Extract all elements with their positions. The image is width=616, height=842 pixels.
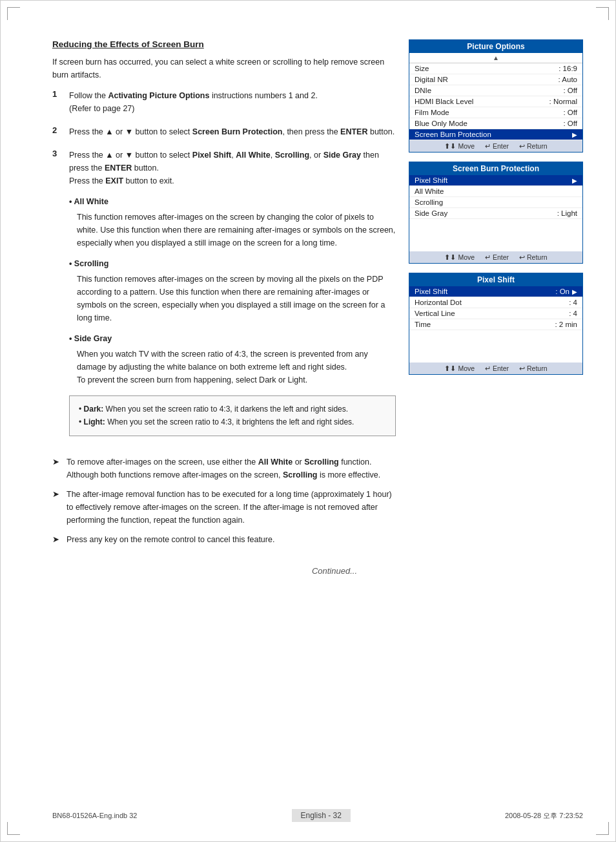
section-title: Reducing the Effects of Screen Burn bbox=[52, 39, 396, 49]
bullet-all-white: All White This function removes after-im… bbox=[69, 195, 396, 249]
row-vertical-line-name: Vertical Line bbox=[415, 310, 569, 317]
step-1: 1 Follow the Activating Picture Options … bbox=[52, 89, 396, 115]
row-time-value: : 2 min bbox=[555, 321, 577, 328]
row-dnie-value: : Off bbox=[563, 87, 577, 94]
panel-row-blue-only: Blue Only Mode : Off bbox=[409, 118, 582, 129]
note-1-arrow: ➤ bbox=[52, 456, 61, 481]
row-scrolling-name: Scrolling bbox=[415, 198, 577, 206]
panel-row-scrolling: Scrolling bbox=[409, 197, 582, 208]
footer-move2: ⬆⬇ Move bbox=[444, 253, 475, 261]
row-pixel-shift2-arrow: ▶ bbox=[572, 288, 577, 295]
note-3-arrow: ➤ bbox=[52, 533, 61, 547]
bullet-side-gray-title: Side Gray bbox=[69, 332, 396, 345]
footer-file-info: BN68-01526A-Eng.indb 32 bbox=[52, 812, 137, 819]
row-film-mode-value: : Off bbox=[563, 109, 577, 116]
step-3: 3 Press the ▲ or ▼ button to select Pixe… bbox=[52, 149, 396, 445]
panel-row-hdmi: HDMI Black Level : Normal bbox=[409, 96, 582, 107]
row-horizontal-dot-name: Horizontal Dot bbox=[415, 299, 569, 306]
footer-enter3: ↵ Enter bbox=[485, 364, 509, 372]
bullet-side-gray: Side Gray When you watch TV with the scr… bbox=[69, 332, 396, 386]
row-side-gray-name: Side Gray bbox=[415, 209, 557, 217]
row-pixel-shift2-value: : On bbox=[555, 288, 570, 295]
page-number-box: English - 32 bbox=[292, 809, 351, 822]
footer-date: 2008-05-28 오후 7:23:52 bbox=[505, 811, 583, 821]
bullet-scrolling-title: Scrolling bbox=[69, 257, 396, 270]
footer-return2: ↩ Return bbox=[519, 253, 547, 261]
bullet-all-white-title: All White bbox=[69, 195, 396, 208]
row-side-gray-value: : Light bbox=[557, 209, 577, 217]
bullet-side-gray-body: When you watch TV with the screen ratio … bbox=[77, 348, 396, 386]
panel-pixel-shift-title: Pixel Shift bbox=[409, 273, 582, 286]
panel-screen-burn-title: Screen Burn Protection bbox=[409, 162, 582, 175]
row-vertical-line-value: : 4 bbox=[569, 310, 577, 317]
row-time-name: Time bbox=[415, 321, 555, 328]
footer-enter2: ↵ Enter bbox=[485, 253, 509, 261]
footer-enter: ↵ Enter bbox=[485, 142, 509, 150]
row-hdmi-value: : Normal bbox=[549, 98, 577, 105]
spacer-2 bbox=[409, 330, 582, 363]
panel-picture-options: Picture Options ▲ Size : 16:9 Digital NR… bbox=[409, 39, 583, 153]
note-2: ➤ The after-image removal function has t… bbox=[52, 488, 396, 527]
panel-row-dnie: DNIe : Off bbox=[409, 85, 582, 96]
footer-move: ⬆⬇ Move bbox=[444, 142, 475, 150]
bullet-scrolling: Scrolling This function removes after-im… bbox=[69, 257, 396, 324]
panel-row-horizontal-dot: Horizontal Dot : 4 bbox=[409, 297, 582, 308]
note-3-text: Press any key on the remote control to c… bbox=[67, 533, 274, 547]
row-dnie-name: DNIe bbox=[415, 87, 563, 94]
info-box-dark: • Dark: When you set the screen ratio to… bbox=[79, 403, 386, 416]
row-screen-burn-name: Screen Burn Protection bbox=[415, 131, 570, 138]
row-blue-only-name: Blue Only Mode bbox=[415, 120, 563, 127]
row-size-name: Size bbox=[415, 65, 559, 72]
page-footer: BN68-01526A-Eng.indb 32 English - 32 200… bbox=[1, 809, 615, 822]
panel-row-size: Size : 16:9 bbox=[409, 63, 582, 74]
row-digital-nr-name: Digital NR bbox=[415, 76, 559, 83]
bullet-all-white-body: This function removes after-images on th… bbox=[77, 211, 396, 249]
spacer-1 bbox=[409, 219, 582, 251]
row-screen-burn-arrow: ▶ bbox=[572, 131, 577, 138]
step-3-num: 3 bbox=[52, 149, 63, 445]
note-2-arrow: ➤ bbox=[52, 488, 61, 527]
note-1-text: To remove after-images on the screen, us… bbox=[67, 456, 396, 481]
panel-row-film-mode: Film Mode : Off bbox=[409, 107, 582, 118]
note-1: ➤ To remove after-images on the screen, … bbox=[52, 456, 396, 481]
corner-mark-tl bbox=[7, 7, 20, 20]
panel-screen-burn: Screen Burn Protection Pixel Shift ▶ All… bbox=[409, 162, 583, 264]
row-all-white-name: All White bbox=[415, 187, 577, 195]
footer-return3: ↩ Return bbox=[519, 364, 547, 372]
panel-row-side-gray: Side Gray : Light bbox=[409, 208, 582, 219]
row-horizontal-dot-value: : 4 bbox=[569, 299, 577, 306]
info-box: • Dark: When you set the screen ratio to… bbox=[69, 395, 396, 436]
step-2-num: 2 bbox=[52, 125, 63, 138]
panel-pixel-shift: Pixel Shift Pixel Shift : On ▶ Horizonta… bbox=[409, 273, 583, 375]
panel-row-digital-nr: Digital NR : Auto bbox=[409, 74, 582, 85]
row-size-value: : 16:9 bbox=[559, 65, 577, 72]
footer-move3: ⬆⬇ Move bbox=[444, 364, 475, 372]
panel-picture-options-arrow: ▲ bbox=[409, 53, 582, 63]
main-content: Reducing the Effects of Screen Burn If s… bbox=[52, 39, 396, 576]
bullet-scrolling-body: This function removes after-images on th… bbox=[77, 273, 396, 324]
page-container: Reducing the Effects of Screen Burn If s… bbox=[0, 0, 616, 842]
step-3-content: Press the ▲ or ▼ button to select Pixel … bbox=[69, 149, 396, 445]
row-film-mode-name: Film Mode bbox=[415, 109, 563, 116]
info-box-light: • Light: When you set the screen ratio t… bbox=[79, 416, 386, 428]
corner-mark-bl bbox=[7, 822, 20, 835]
panel-pixel-shift-footer: ⬆⬇ Move ↵ Enter ↩ Return bbox=[409, 363, 582, 374]
panel-row-vertical-line: Vertical Line : 4 bbox=[409, 308, 582, 319]
continued-text: Continued... bbox=[52, 566, 396, 576]
step-2: 2 Press the ▲ or ▼ button to select Scre… bbox=[52, 125, 396, 138]
panel-row-all-white: All White bbox=[409, 186, 582, 197]
row-pixel-shift-name: Pixel Shift bbox=[415, 176, 570, 184]
corner-mark-tr bbox=[596, 7, 609, 20]
row-digital-nr-value: : Auto bbox=[559, 76, 577, 83]
content-area: Reducing the Effects of Screen Burn If s… bbox=[52, 39, 583, 576]
panel-row-screen-burn: Screen Burn Protection ▶ bbox=[409, 129, 582, 140]
corner-mark-br bbox=[596, 822, 609, 835]
panel-screen-burn-footer: ⬆⬇ Move ↵ Enter ↩ Return bbox=[409, 251, 582, 263]
panel-picture-options-title: Picture Options bbox=[409, 40, 582, 53]
footer-return: ↩ Return bbox=[519, 142, 547, 150]
row-pixel-shift2-name: Pixel Shift bbox=[415, 288, 555, 295]
step-2-content: Press the ▲ or ▼ button to select Screen… bbox=[69, 125, 395, 138]
step-1-num: 1 bbox=[52, 89, 63, 115]
note-2-text: The after-image removal function has to … bbox=[67, 488, 396, 527]
note-3: ➤ Press any key on the remote control to… bbox=[52, 533, 396, 547]
